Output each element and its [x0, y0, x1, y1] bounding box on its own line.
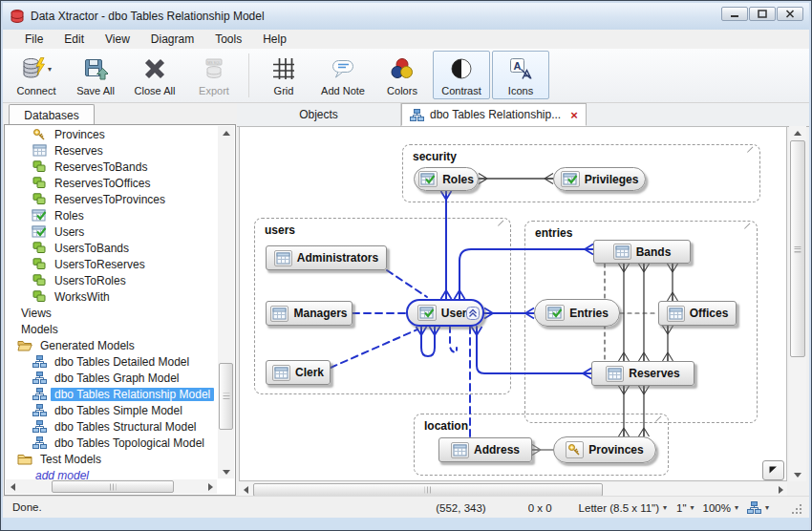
node-roles[interactable]: Roles [414, 167, 479, 191]
tree-item-dbo-tables-graph-model[interactable]: dbo Tables Graph Model [5, 370, 217, 386]
node-address[interactable]: Address [438, 437, 532, 462]
menu-item-file[interactable]: File [14, 31, 53, 48]
save-all-button[interactable]: Save All [67, 51, 124, 99]
tree-item-users[interactable]: Users [5, 223, 217, 240]
node-provinces[interactable]: Provinces [553, 436, 656, 463]
menu-item-tools[interactable]: Tools [204, 31, 252, 48]
collapse-icon[interactable] [466, 307, 480, 320]
resize-grip[interactable] [790, 502, 801, 514]
tree-hscroll-thumb[interactable] [52, 480, 174, 493]
save-all-icon [83, 55, 108, 82]
export-button[interactable]: MS SQLExport [185, 51, 243, 99]
close-tab-icon[interactable]: × [570, 108, 578, 122]
zoom-dropdown[interactable]: 100%▾ [703, 502, 738, 514]
app-icon [10, 9, 25, 24]
close-all-button[interactable]: Close All [126, 51, 183, 99]
tree-item-roles[interactable]: Roles [5, 207, 217, 223]
maximize-button[interactable] [749, 7, 776, 21]
tree-item-userstoroles[interactable]: UsersToRoles [5, 272, 217, 288]
node-offices[interactable]: Offices [658, 301, 737, 326]
edge-users-clerk[interactable] [331, 329, 417, 368]
node-administrators[interactable]: Administrators [266, 245, 387, 270]
edge-users-administrators[interactable] [387, 270, 427, 297]
paper-size-dropdown[interactable]: Letter (8.5 x 11")▾ [579, 502, 667, 514]
close-button[interactable] [777, 7, 803, 21]
tree-item-provinces[interactable]: Provinces [5, 126, 217, 142]
tree-item-userstobands[interactable]: UsersToBands [5, 240, 217, 256]
node-privileges[interactable]: Privileges [553, 167, 646, 191]
node-label: Managers [293, 307, 347, 320]
tree-scroll-down-button[interactable] [218, 465, 234, 478]
node-label: Address [474, 443, 520, 457]
model-icon [32, 420, 47, 433]
node-users[interactable]: Users [406, 299, 484, 327]
table-icon [272, 365, 290, 381]
add-note-button[interactable]: Add Note [314, 51, 372, 99]
tree-item-views[interactable]: Views [5, 305, 217, 321]
icons-button[interactable]: AIcons [492, 51, 549, 99]
model-icon [32, 404, 47, 416]
main-panel: Objectsdbo Tables Relationship...× secur… [237, 103, 809, 496]
tree-hscrollbar[interactable] [6, 479, 217, 494]
tree-item-label: Test Models [36, 453, 105, 466]
contrast-button[interactable]: Contrast [433, 51, 490, 99]
toolbar: ▾ConnectSave AllClose AllMS SQLExportGri… [3, 49, 809, 103]
chevron-down-icon: ▾ [691, 503, 694, 512]
canvas-scroll-up-button[interactable] [789, 126, 806, 139]
edge-users-self-dashed[interactable] [450, 327, 457, 352]
pan-overview-button[interactable] [762, 460, 784, 480]
tree-item-dbo-tables-structural-model[interactable]: dbo Tables Structural Model [5, 418, 217, 435]
tree-item-reserves[interactable]: Reserves [5, 142, 217, 159]
crows-foot [484, 308, 493, 319]
grid-button[interactable]: Grid [255, 51, 312, 99]
node-clerk[interactable]: Clerk [266, 360, 331, 385]
tree-item-userstoreserves[interactable]: UsersToReserves [5, 256, 217, 272]
tree-item-models[interactable]: Models [5, 321, 217, 337]
connect-button[interactable]: ▾Connect [8, 51, 65, 99]
colors-button[interactable]: Colors [374, 51, 431, 99]
tree-item-dbo-tables-detailed-model[interactable]: dbo Tables Detailed Model [5, 353, 217, 370]
tree-item-reservestooffices[interactable]: ReservesToOffices [5, 175, 217, 191]
tree-item-generated-models[interactable]: Generated Models [5, 337, 217, 353]
edge-users-reserves[interactable] [477, 327, 591, 373]
tree-item-workswith[interactable]: WorksWith [5, 288, 217, 305]
layout-dropdown[interactable]: ▾ [747, 501, 769, 514]
toolbar-button-label: Add Note [321, 85, 365, 96]
tree-item-reservestobands[interactable]: ReservesToBands [5, 159, 217, 175]
tree-item-test-models[interactable]: Test Models [5, 451, 217, 467]
tree-item-dbo-tables-relationship-model[interactable]: dbo Tables Relationship Model [5, 386, 217, 402]
node-bands[interactable]: Bands [593, 240, 691, 264]
crows-foot [585, 244, 593, 255]
margin-dropdown[interactable]: 1"▾ [676, 502, 694, 514]
tree-item-label: UsersToBands [51, 242, 133, 255]
node-entries[interactable]: Entries [534, 299, 620, 327]
tree-item-reservestoprovinces[interactable]: ReservesToProvinces [5, 191, 217, 207]
app-window: Data Xtractor - dbo Tables Relationship … [0, 0, 812, 531]
table-icon [606, 366, 624, 382]
menu-item-view[interactable]: View [95, 31, 140, 48]
table-icon [667, 306, 685, 322]
diagram-canvas[interactable]: securityusersentrieslocationRolesPrivile… [239, 126, 787, 481]
canvas-scroll-down-button[interactable] [789, 468, 806, 481]
minimize-button[interactable] [721, 7, 748, 21]
menu-item-edit[interactable]: Edit [53, 31, 95, 48]
canvas-hscroll-thumb[interactable] [253, 483, 603, 497]
tab-databases[interactable]: Databases [9, 104, 95, 125]
table-icon [451, 442, 469, 458]
node-reserves[interactable]: Reserves [591, 361, 694, 386]
tree-vscroll-thumb[interactable] [219, 363, 233, 430]
tree-scroll-left-button[interactable] [6, 479, 19, 494]
tree-item-dbo-tables-topological-model[interactable]: dbo Tables Topological Model [5, 435, 217, 451]
tab-objects[interactable]: Objects [237, 103, 401, 126]
edge-users-bands[interactable] [459, 249, 593, 299]
tree-scroll-right-button[interactable] [203, 479, 217, 494]
menu-item-help[interactable]: Help [252, 31, 297, 48]
canvas-vscroll-thumb[interactable] [790, 140, 805, 357]
canvas-vscrollbar[interactable] [789, 126, 806, 481]
node-managers[interactable]: Managers [266, 301, 353, 326]
menu-item-diagram[interactable]: Diagram [140, 31, 204, 48]
tree-scroll-up-button[interactable] [218, 126, 234, 139]
tab-dbo-tables-relationship[interactable]: dbo Tables Relationship...× [401, 103, 587, 126]
tree-vscrollbar[interactable] [218, 126, 234, 478]
tree-item-dbo-tables-simple-model[interactable]: dbo Tables Simple Model [5, 402, 217, 418]
